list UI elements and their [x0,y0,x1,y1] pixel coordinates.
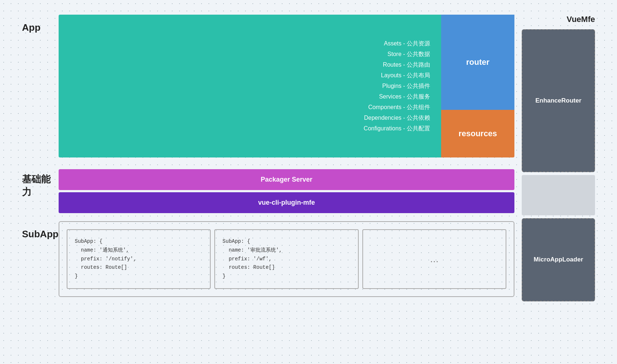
subapp-code-0: SubApp: { name: '通知系统', prefix: '/notify… [75,237,203,281]
vuemfe-title: VueMfe [522,15,595,26]
cli-bar: vue-cli-plugin-mfe [59,192,514,213]
router-label: router [466,57,489,67]
app-content: Assets - 公共资源 Store - 公共数据 Routes - 公共路由… [59,15,514,157]
right-column: VueMfe EnhanceRouter MicroAppLoader [522,15,595,301]
subapp-card-1: SubApp: { name: '审批流系统', prefix: '/wf', … [214,229,358,289]
app-item-8: Configurations - 公共配置 [364,125,430,133]
app-right-stack: router resources [441,15,514,157]
app-item-4: Plugins - 公共插件 [382,82,430,90]
app-content-row: Assets - 公共资源 Store - 公共数据 Routes - 公共路由… [59,15,514,157]
micro-app-loader-box: MicroAppLoader [522,218,595,301]
main-column: App Assets - 公共资源 Store - 公共数据 Routes - … [22,15,514,301]
app-section: App Assets - 公共资源 Store - 公共数据 Routes - … [22,15,514,157]
subapp-card-ellipsis: ... [362,229,506,289]
subapp-card-0: SubApp: { name: '通知系统', prefix: '/notify… [67,229,211,289]
base-right-spacer [522,175,595,215]
resources-block: resources [441,110,514,157]
subapp-content: SubApp: { name: '通知系统', prefix: '/notify… [59,221,514,297]
app-item-0: Assets - 公共资源 [384,40,430,48]
app-item-1: Store - 公共数据 [388,51,430,58]
enhance-router-box: EnhanceRouter [522,29,595,172]
app-item-2: Routes - 公共路由 [383,61,430,69]
outer-layout: App Assets - 公共资源 Store - 公共数据 Routes - … [22,15,595,301]
app-item-6: Components - 公共组件 [368,104,430,111]
resources-label: resources [458,129,497,138]
micro-app-loader-label: MicroAppLoader [533,256,583,263]
base-label: 基础能力 [22,166,59,217]
base-section: 基础能力 Packager Server vue-cli-plugin-mfe [22,162,514,217]
router-block: router [441,15,514,110]
app-item-7: Dependencies - 公共依赖 [364,114,430,122]
base-content: Packager Server vue-cli-plugin-mfe [59,166,514,217]
packager-bar: Packager Server [59,169,514,190]
app-label: App [22,15,59,157]
app-item-3: Layouts - 公共布局 [381,72,430,79]
ellipsis-text: ... [430,253,439,265]
subapp-section: SubApp SubApp: { name: '通知系统', prefix: '… [22,221,514,297]
app-green-block: Assets - 公共资源 Store - 公共数据 Routes - 公共路由… [59,15,441,157]
subapp-cards-container: SubApp: { name: '通知系统', prefix: '/notify… [59,221,514,297]
subapp-code-1: SubApp: { name: '审批流系统', prefix: '/wf', … [222,237,350,281]
subapp-label: SubApp [22,221,59,297]
app-item-5: Services - 公共服务 [379,93,430,101]
enhance-router-label: EnhanceRouter [535,97,581,104]
